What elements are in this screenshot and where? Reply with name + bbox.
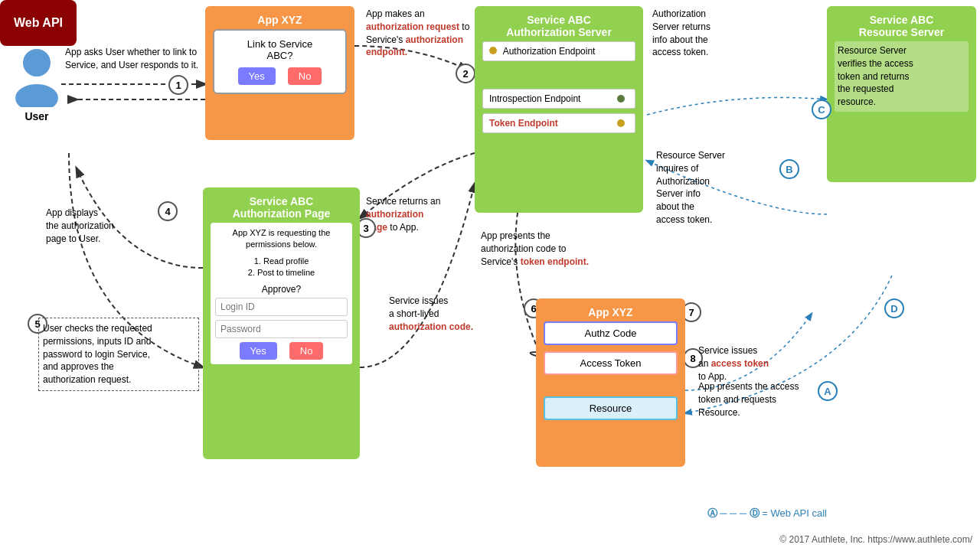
auth-page-title: Service ABCAuthorization Page — [211, 195, 352, 220]
auth-server-box: Service ABC Authorization Server Authori… — [475, 6, 643, 213]
token-endpoint: Token Endpoint — [482, 113, 635, 133]
dialog-no-button[interactable]: No — [288, 67, 322, 85]
step-a-circle: A — [818, 381, 838, 401]
auth-endpoint-dot — [489, 47, 497, 54]
step-d-circle: D — [884, 298, 904, 318]
auth-page-btn-row: Yes No — [215, 342, 348, 360]
legend-text: = Web API call — [762, 507, 827, 519]
password-input[interactable] — [215, 320, 348, 338]
annotation-auth-server-return: AuthorizationServer returnsinfo about th… — [652, 8, 786, 59]
legend-a: Ⓐ — [707, 507, 717, 519]
dialog-text: Link to Service ABC? — [222, 38, 338, 61]
authz-code-item: Authz Code — [544, 321, 678, 345]
app-xyz-top-box: App XYZ Link to Service ABC? Yes No — [205, 6, 354, 140]
auth-server-title: Service ABC Authorization Server — [482, 14, 635, 38]
copyright: © 2017 Authlete, Inc. https://www.authle… — [779, 534, 972, 545]
step-1-circle: 1 — [168, 75, 188, 95]
resource-item: Resource — [544, 396, 678, 420]
token-dot — [617, 119, 625, 127]
annotation-1: App asks User whether to link to Service… — [65, 46, 199, 72]
web-api-label: Web API — [14, 15, 63, 31]
auth-page-box: Service ABCAuthorization Page App XYZ is… — [203, 187, 360, 459]
login-id-input[interactable] — [215, 298, 348, 316]
annotation-6: Service issuesa short-lived authorizatio… — [389, 295, 496, 333]
app-xyz-dialog: Link to Service ABC? Yes No — [213, 29, 347, 94]
web-api-box: Web API — [0, 0, 77, 46]
auth-page-permissions: 1. Read profile 2. Post to timeline — [215, 256, 348, 279]
annotation-3: Service returns an authorizationpage to … — [366, 195, 473, 233]
ann7-red: token endpoint. — [521, 256, 589, 267]
access-token-item: Access Token — [544, 351, 678, 375]
ann2-red2: authorizationendpoint. — [366, 34, 463, 58]
auth-no-button[interactable]: No — [289, 342, 324, 360]
diagram-container: User App asks User whether to link to Se… — [0, 0, 980, 551]
ann8-red: access token — [711, 358, 769, 369]
web-api-legend: Ⓐ ─ ─ ─ Ⓓ = Web API call — [707, 507, 827, 520]
dialog-btn-row: Yes No — [222, 67, 338, 85]
app-xyz-bottom-box: App XYZ Authz Code Access Token Resource — [536, 298, 685, 467]
introspection-endpoint: Introspection Endpoint — [482, 89, 635, 109]
dialog-yes-button[interactable]: Yes — [238, 67, 276, 85]
introspection-dot — [617, 95, 625, 103]
legend-d: Ⓓ — [750, 507, 760, 519]
ann2-red1: authorization request — [366, 21, 459, 32]
annotation-8: Service issuesan access tokento App. — [698, 344, 832, 383]
step-4-circle: 4 — [158, 201, 178, 221]
annotation-5: User checks the requestedpermissions, in… — [38, 318, 199, 391]
resource-server-title: Service ABCResource Server — [835, 14, 969, 38]
user-label: User — [24, 110, 48, 122]
resource-server-description: Resource Serververifies the accesstoken … — [835, 41, 969, 112]
auth-page-description: App XYZ is requesting the permissions be… — [215, 227, 348, 251]
ann-a-text: App presents the access token and reques… — [698, 381, 799, 418]
legend-dash: ─ ─ ─ — [720, 507, 749, 519]
svg-point-5 — [23, 49, 51, 77]
auth-endpoint: Authorization Endpoint — [482, 41, 635, 61]
approve-label: Approve? — [215, 284, 348, 295]
annotation-resource-inquires: Resource Serverinquires ofAuthorizationS… — [656, 149, 790, 227]
step-2-circle: 2 — [456, 64, 475, 83]
resource-server-box: Service ABCResource Server Resource Serv… — [827, 6, 976, 182]
annotation-a: App presents the access token and reques… — [698, 380, 817, 419]
app-xyz-bottom-title: App XYZ — [544, 306, 678, 318]
auth-yes-button[interactable]: Yes — [240, 342, 277, 360]
annotation-4: App displaysthe authorizationpage to Use… — [46, 207, 153, 245]
step-c-circle: C — [812, 99, 831, 119]
annotation-2: App makes an authorization request to Se… — [366, 8, 477, 59]
auth-page-inner: App XYZ is requesting the permissions be… — [211, 223, 352, 364]
ann6-red: authorization code. — [389, 321, 473, 332]
annotation-7: App presents theauthorization code toSer… — [481, 230, 615, 268]
app-xyz-top-title: App XYZ — [213, 14, 347, 26]
svg-point-6 — [15, 84, 58, 107]
user-icon: User — [14, 46, 60, 122]
